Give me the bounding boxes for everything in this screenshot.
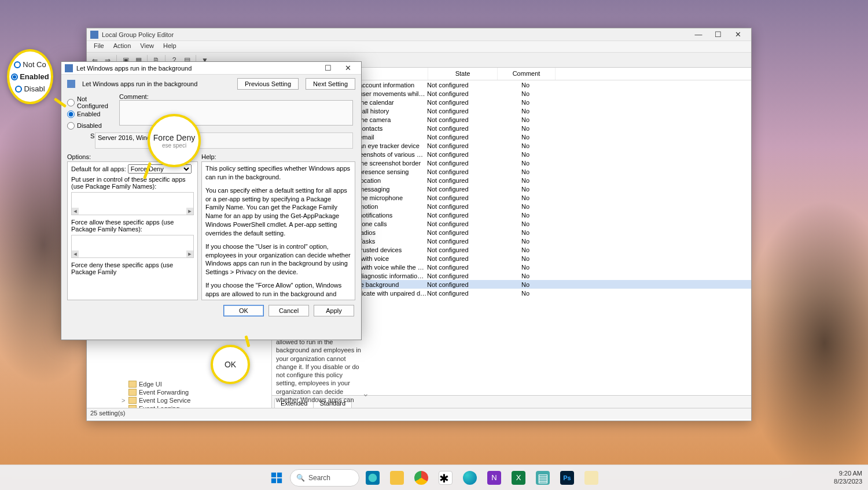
ok-button[interactable]: OK (223, 305, 264, 316)
menu-action[interactable]: Action (109, 41, 136, 52)
svg-rect-3 (277, 478, 282, 482)
folder-icon (128, 405, 137, 408)
gpedit-icon (90, 31, 98, 39)
search-icon: 🔍 (296, 474, 305, 482)
cancel-button[interactable]: Cancel (269, 305, 309, 316)
next-setting-button[interactable]: Next Setting (306, 78, 355, 90)
edge-button[interactable] (459, 467, 481, 489)
gpedit-title-text: Local Group Policy Editor (102, 31, 174, 38)
photoshop-button[interactable]: Ps (556, 467, 578, 489)
radio-disabled[interactable]: Disabled (67, 120, 116, 131)
help-p3: If you choose the "User is in control" o… (205, 242, 351, 277)
svg-rect-2 (271, 478, 276, 482)
options-panel: Default for all apps: Force Deny Put use… (67, 161, 198, 300)
policy-name-label: Let Windows apps run in the background (82, 80, 230, 87)
scroll-down-icon[interactable]: ⌄ (362, 389, 369, 398)
force-deny-label: Force deny these specific apps (use Pack… (71, 261, 194, 275)
taskview-button[interactable] (362, 467, 384, 489)
policy-icon (67, 80, 75, 88)
apply-button[interactable]: Apply (314, 305, 354, 316)
policy-dialog: Let Windows apps run in the background ☐… (61, 61, 362, 340)
default-for-all-apps-label: Default for all apps: (71, 165, 126, 172)
taskbar: 🔍 Search ✱ N X ▤ Ps 9:20 AM 8/23/2023 (0, 465, 868, 490)
expand-icon[interactable]: > (122, 397, 128, 404)
menu-view[interactable]: View (135, 41, 159, 52)
minimize-button[interactable]: — (689, 29, 708, 40)
previous-setting-button[interactable]: Previous Setting (237, 78, 299, 90)
system-tray[interactable]: 9:20 AM 8/23/2023 (834, 470, 862, 485)
svg-rect-0 (271, 472, 276, 477)
menubar: File Action View Help (87, 41, 751, 53)
dialog-close-button[interactable]: ✕ (338, 62, 358, 74)
callout-enabled: Not Co Enabled Disabl (7, 49, 53, 104)
callout-force-deny: Force Deny ese speci (148, 114, 201, 167)
tray-date: 8/23/2023 (834, 478, 862, 485)
put-user-in-control-label: Put user in control of these specific ap… (71, 176, 194, 190)
dialog-maximize-button[interactable]: ☐ (318, 62, 338, 74)
help-p1: This policy setting specifies whether Wi… (205, 164, 351, 182)
statusbar: 25 setting(s) (87, 408, 751, 419)
chrome-button[interactable] (410, 467, 432, 489)
menu-help[interactable]: Help (159, 41, 181, 52)
user-control-listbox[interactable]: ◄► (71, 192, 194, 215)
close-button[interactable]: ✕ (728, 29, 748, 40)
menu-file[interactable]: File (89, 41, 109, 52)
tree-item[interactable]: Edge UI (87, 380, 271, 388)
help-header: Help: (201, 153, 216, 160)
dialog-titlebar[interactable]: Let Windows apps run in the background ☐… (61, 62, 361, 75)
tree-item[interactable]: Event Logging (87, 404, 271, 408)
radio-not-configured[interactable]: Not Configured (67, 97, 116, 108)
comment-label: Comment: (119, 93, 149, 100)
slack-button[interactable]: ✱ (435, 467, 457, 489)
col-comment[interactable]: Comment (498, 68, 556, 80)
app-button[interactable] (580, 467, 602, 489)
tree-item[interactable]: >Event Log Service (87, 396, 271, 404)
svg-rect-1 (277, 472, 282, 477)
onenote-button[interactable]: N (483, 467, 505, 489)
help-p4: If you choose the "Force Allow" option, … (205, 281, 351, 300)
col-state[interactable]: State (428, 68, 498, 80)
supported-on-label: Supported o (90, 132, 95, 149)
tree-item[interactable]: Event Forwarding (87, 388, 271, 396)
tray-time: 9:20 AM (834, 470, 862, 477)
help-panel[interactable]: This policy setting specifies whether Wi… (201, 161, 355, 300)
supported-on-text: Server 2016, Windows 10 (95, 132, 353, 149)
taskbar-search[interactable]: 🔍 Search (290, 469, 359, 487)
radio-enabled[interactable]: Enabled (67, 108, 116, 120)
folder-icon (128, 381, 137, 388)
dialog-title-text: Let Windows apps run in the background (76, 65, 192, 72)
gpedit-titlebar[interactable]: Local Group Policy Editor — ☐ ✕ (87, 28, 751, 41)
force-allow-listbox[interactable]: ◄► (71, 235, 194, 258)
policy-preview-text: allowed to run in the background and emp… (276, 338, 363, 404)
explorer-button[interactable] (386, 467, 408, 489)
notepad-button[interactable]: ▤ (532, 467, 554, 489)
maximize-button[interactable]: ☐ (708, 29, 728, 40)
callout-ok: OK (211, 345, 250, 384)
force-allow-label: Force allow these specific apps (use Pac… (71, 219, 194, 233)
dialog-icon (65, 64, 73, 72)
folder-icon (128, 389, 137, 396)
folder-icon (128, 397, 137, 404)
start-button[interactable] (266, 467, 288, 489)
help-p2: You can specify either a default setting… (205, 186, 351, 238)
excel-button[interactable]: X (507, 467, 529, 489)
